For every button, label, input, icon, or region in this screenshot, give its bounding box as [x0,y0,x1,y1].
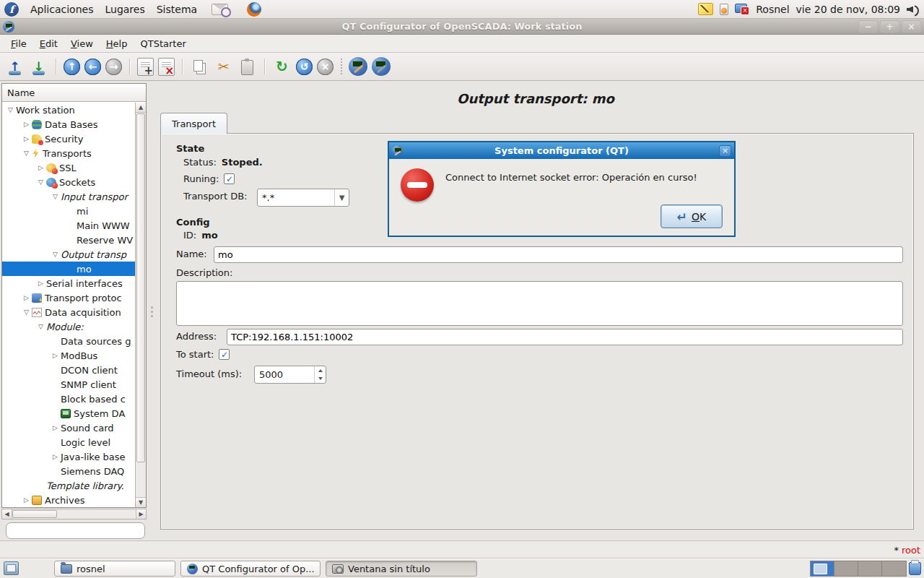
tree-item[interactable]: Main WWW [2,218,135,233]
workspace-cell[interactable] [834,561,858,576]
paste-icon[interactable] [237,57,257,77]
scroll-left-icon[interactable]: ◀ [2,509,12,519]
trash-icon[interactable] [909,562,921,575]
toolbar-item[interactable] [338,57,344,77]
tree-item[interactable]: Data sources g [2,334,135,348]
dialog-close-icon[interactable]: × [719,145,731,157]
toolbar-item[interactable] [261,57,268,77]
menu-item[interactable]: View [64,36,100,51]
spin-down-icon[interactable] [315,375,326,384]
tree-item[interactable]: Work station [2,103,135,117]
desktop-menu-item[interactable]: Lugares [99,2,150,17]
start-icon[interactable]: ↺ [296,59,313,75]
copy-icon[interactable] [190,57,209,77]
ok-button[interactable]: ↵ OK [661,204,723,228]
expander-icon[interactable] [35,178,46,186]
tree-item[interactable]: Sound card [2,420,135,435]
transport-db-select[interactable]: *.* ▼ [257,189,349,207]
tree-item[interactable]: Siemens DAQ [2,464,135,478]
description-textarea[interactable] [176,281,903,326]
spin-up-icon[interactable] [315,366,326,375]
close-icon[interactable]: × [902,20,921,33]
expander-icon[interactable] [21,309,32,316]
tree-item[interactable]: Reserve WV [2,233,135,247]
network-offline-icon[interactable] [735,4,749,15]
dropdown-arrow-icon[interactable]: ▼ [334,189,349,206]
tree-item[interactable]: SSL [2,160,135,175]
taskbar-button[interactable]: QT Configurator of Op... [180,561,321,577]
menu-item[interactable]: Help [100,36,134,51]
cut-icon[interactable]: ✂ [214,57,233,77]
scroll-up-icon[interactable]: ▲ [136,103,146,113]
expander-icon[interactable] [50,193,61,200]
add-item-icon[interactable]: + [137,58,154,76]
maximize-icon[interactable]: + [880,20,899,33]
expander-icon[interactable] [50,251,61,258]
timeout-spinbox[interactable]: 5000 [254,366,326,384]
toolbar-item[interactable] [53,57,59,77]
battery-icon[interactable] [720,4,728,15]
expander-icon[interactable] [21,135,32,142]
dialog-titlebar[interactable]: System configurator (QT) × [389,142,734,159]
clock-label[interactable]: vie 20 de nov, 08:09 [796,4,900,15]
tree-item[interactable]: Data Bases [2,117,135,131]
note-icon[interactable] [698,3,713,15]
desktop-menu-item[interactable]: Aplicaciones [25,2,99,17]
address-input[interactable] [227,329,903,345]
toolbar-item[interactable] [179,57,186,77]
scrollbar-thumb[interactable] [12,510,57,518]
tree-item[interactable]: mi [2,204,135,218]
tree-item[interactable]: Logic level [2,435,135,449]
workspace-cell[interactable] [811,561,834,576]
tree-item[interactable]: ModBus [2,348,135,363]
tab-transport[interactable]: Transport [160,113,227,134]
show-desktop-icon[interactable] [4,561,19,575]
menu-item[interactable]: Edit [33,36,64,51]
scrollbar-thumb[interactable] [136,113,145,462]
tree-item[interactable]: SNMP client [2,377,135,392]
taskbar-button[interactable]: Ventana sin título [326,561,477,577]
expander-icon[interactable] [50,352,61,359]
fedora-menu-icon[interactable]: f [4,2,19,17]
stop-icon[interactable]: × [317,59,334,75]
save-to-db-icon[interactable]: ↓ [29,57,48,77]
firefox-launcher-icon[interactable] [247,2,261,17]
tree-item[interactable]: Archives [2,493,135,507]
delete-item-icon[interactable]: × [158,58,175,76]
menu-item[interactable]: QTStarter [134,36,192,51]
tree-header[interactable]: Name [2,84,146,102]
workspace-cell[interactable] [882,561,906,576]
taskbar-button[interactable]: rosnel [54,561,175,577]
expander-icon[interactable] [21,496,32,504]
scroll-right-icon[interactable]: ▶ [136,509,146,519]
tree-item[interactable]: Data acquisition [2,305,135,319]
scroll-down-icon[interactable]: ▼ [136,497,146,507]
toolbar-item[interactable] [126,57,133,77]
minimize-icon[interactable]: − [858,20,878,33]
expander-icon[interactable] [5,106,16,113]
tree-item[interactable]: DCON client [2,363,135,377]
running-checkbox[interactable]: ✓ [224,173,235,184]
expander-icon[interactable] [50,453,61,460]
oscada-tools-icon[interactable] [372,57,391,76]
desktop-menu-item[interactable]: Sistema [151,2,203,17]
tree-vertical-scrollbar[interactable]: ▲ ▼ [135,103,146,507]
tree-item[interactable]: Template library. [2,478,135,493]
tree-item[interactable]: Block based c [2,392,135,406]
tree-item[interactable]: Output transp [2,247,135,262]
tree-item[interactable]: mo [2,262,135,276]
volume-icon[interactable] [907,4,920,15]
tree-item[interactable]: Sockets [2,175,135,189]
tree-item[interactable]: Transports [2,146,135,160]
mail-notification-icon[interactable] [212,4,228,15]
splitter-handle[interactable] [147,83,157,540]
tree-item[interactable]: Serial interfaces [2,276,135,290]
expander-icon[interactable] [35,280,46,287]
tree-item[interactable]: Java-like base [2,449,135,464]
refresh-icon[interactable]: ↻ [272,57,292,77]
username-label[interactable]: Rosnel [756,4,789,15]
workspace-cell[interactable] [858,561,882,576]
tree-item[interactable]: Transport protoc [2,290,135,305]
tree-item[interactable]: Input transpor [2,189,135,204]
menu-item[interactable]: File [4,36,33,51]
